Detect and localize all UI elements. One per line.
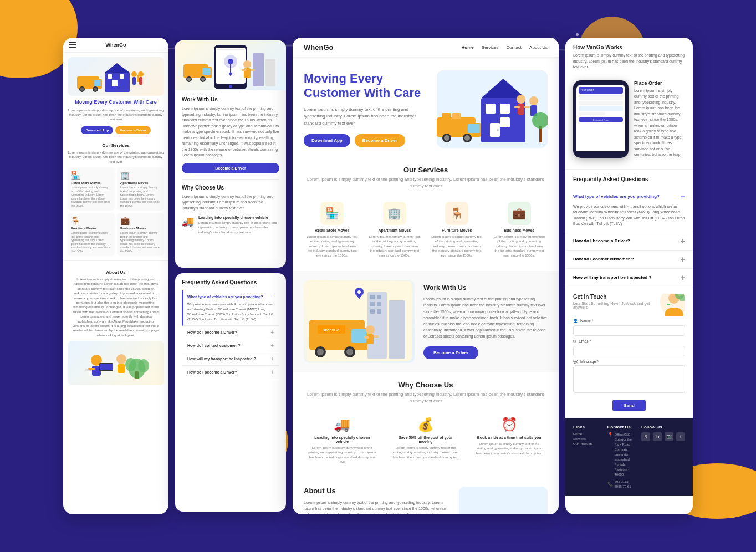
- rfaq-q4[interactable]: How will my transport be inspected ? +: [573, 273, 685, 282]
- svg-rect-69: [518, 104, 524, 115]
- place-order-container: Your Order Estimated Price Place Order L…: [573, 76, 685, 162]
- desktop-driver-btn[interactable]: Become a Driver: [355, 134, 405, 147]
- why-mini-section: Why Choose Us Lorem ipsum is simply dumm…: [182, 179, 279, 235]
- mob-service-furniture: 🪑 Furniture Moves Lorem ipsum is simply …: [68, 213, 115, 256]
- rfaq-item-1[interactable]: What type of vehicles are you providing?…: [565, 188, 693, 232]
- nav-contact[interactable]: Contact: [507, 45, 522, 50]
- faq-item-3[interactable]: How do I contact customer ? +: [182, 339, 279, 352]
- rfaq-item-4[interactable]: How will my transport be inspected ? +: [565, 269, 693, 287]
- svg-point-25: [125, 358, 136, 371]
- footer-address-text: Office#303 Cubator the Park Road Comsats…: [615, 432, 637, 477]
- faq-card-body: Frequently Asked Questions What type of …: [175, 273, 286, 385]
- mobile-about-text: Lorem ipsum is simply dummy text of the …: [68, 277, 164, 338]
- why-item-save: 💰 Save 50% off the cost of your moving L…: [387, 412, 464, 469]
- twitter-icon[interactable]: 𝕏: [641, 432, 650, 441]
- desktop-about-text: Lorem ipsum is simply dummy text of the …: [304, 499, 450, 514]
- why-item-book: ⏰ Book a ride at a time that suits you L…: [471, 412, 548, 469]
- faq-question-4[interactable]: How will my transport be inspected ? +: [187, 356, 274, 362]
- hamburger-menu[interactable]: [69, 42, 76, 48]
- svg-rect-46: [265, 59, 275, 86]
- right-panel-screen: How VanGo Works Lorem ipsum is simply du…: [565, 38, 693, 514]
- nav-about[interactable]: About Us: [529, 45, 548, 50]
- nav-services[interactable]: Services: [482, 45, 499, 50]
- rfaq-item-3[interactable]: How do I contact customer ? +: [565, 251, 693, 269]
- desktop-nav-links: Home Services Contact About Us: [462, 45, 548, 50]
- facebook-icon[interactable]: f: [676, 432, 685, 441]
- person-icon: 👤: [573, 319, 578, 323]
- name-label-text: Name *: [580, 319, 593, 323]
- faq-item-5[interactable]: How do I become a Driver? +: [182, 366, 279, 379]
- svg-point-68: [517, 95, 525, 104]
- rfaq-q3[interactable]: How do I contact customer ? +: [573, 255, 685, 264]
- rfaq-icon-2[interactable]: +: [681, 237, 685, 246]
- mobile-hero-text: Lorem ipsum is simply dummy text of the …: [68, 108, 164, 122]
- contact-email-input[interactable]: [573, 346, 685, 356]
- faq-expand-4[interactable]: +: [270, 356, 274, 362]
- work-section-title: Work With Us: [423, 284, 548, 292]
- faq-question-3[interactable]: How do I contact customer ? +: [187, 343, 274, 349]
- svg-rect-50: [251, 69, 255, 71]
- email-icon: ✉: [573, 339, 576, 344]
- svg-rect-14: [137, 75, 139, 82]
- rfaq-icon-3[interactable]: +: [681, 255, 685, 264]
- mobile-download-btn[interactable]: Download App: [81, 126, 113, 134]
- faq-expand-5[interactable]: +: [270, 369, 274, 375]
- footer-link-home[interactable]: Home: [573, 432, 603, 436]
- rfaq-icon-1[interactable]: −: [681, 192, 685, 201]
- contact-send-btn[interactable]: Send: [612, 400, 646, 411]
- why-text-vehicle: Lorem ipsum is simply dummy text of the …: [308, 446, 376, 464]
- desktop-download-btn[interactable]: Download App: [304, 134, 350, 147]
- faq-item-4[interactable]: How will my transport be inspected ? +: [182, 352, 279, 366]
- mob-service-retail: 🏪 Retail Store Moves Lorem ipsum is simp…: [68, 167, 115, 211]
- desktop-why-section: Why Choose Us Lorem ipsum is simply dumm…: [293, 372, 559, 478]
- svg-rect-87: [351, 329, 366, 343]
- faq-item-1[interactable]: What type of vehicles are you providing?…: [182, 290, 279, 326]
- instagram-icon[interactable]: 📷: [665, 432, 673, 441]
- mobile-driver-btn[interactable]: Become a Driver: [115, 126, 150, 134]
- nav-home[interactable]: Home: [462, 45, 474, 50]
- contact-avatar: [660, 294, 685, 316]
- footer-link-products[interactable]: Our Products: [573, 442, 603, 446]
- contact-message-textarea[interactable]: [573, 365, 685, 393]
- faq-collapse-1[interactable]: −: [270, 294, 274, 300]
- svg-rect-54: [486, 104, 496, 114]
- rfaq-q2[interactable]: How do I become a Driver? +: [573, 237, 685, 246]
- faq-question-2[interactable]: How do I become a Driver? +: [187, 329, 274, 335]
- contact-name-label: 👤 Name *: [573, 319, 685, 323]
- faq-expand-2[interactable]: +: [270, 329, 274, 335]
- faq-question-5[interactable]: How do I become a Driver? +: [187, 369, 274, 375]
- why-icon-save: 💰: [392, 417, 460, 432]
- work-section-btn[interactable]: Become a Driver: [423, 346, 478, 359]
- contact-name-input[interactable]: [573, 325, 685, 336]
- rfaq-q1[interactable]: What type of vehicles are you providing?…: [573, 192, 685, 201]
- svg-rect-81: [377, 302, 381, 306]
- place-order-title: Place Order: [634, 80, 685, 86]
- faq-expand-3[interactable]: +: [270, 343, 274, 349]
- rfaq-icon-4[interactable]: +: [681, 273, 685, 282]
- work-driver-btn[interactable]: Become a Driver: [182, 163, 279, 173]
- how-works-section: How VanGo Works Lorem ipsum is simply du…: [565, 38, 693, 170]
- phone-order-btn: Estimated Price: [579, 117, 623, 122]
- desktop-services-title: Our Services: [304, 166, 548, 174]
- rfaq-q2-text: How do I become a Driver?: [573, 238, 630, 243]
- svg-point-63: [444, 135, 449, 141]
- faq-card-title: Frequently Asked Questions: [182, 279, 279, 286]
- service-business: 💼 Business Moves Lorem ipsum is simply d…: [491, 197, 548, 262]
- svg-point-34: [228, 59, 233, 64]
- vehicle-title: Loading into specially chosen vehicle: [198, 216, 279, 219]
- mob-service-name-apt: Apartment Moves: [120, 181, 161, 185]
- right-faq-header: Frequently Asked Questions: [565, 170, 693, 188]
- desktop-services-subtitle: Lorem ipsum is simply dummy text of the …: [304, 176, 548, 190]
- service-title-apt: Apartment Moves: [369, 228, 421, 232]
- svg-point-31: [229, 85, 232, 88]
- faq-item-2[interactable]: How do I become a Driver? +: [182, 326, 279, 339]
- footer-link-services[interactable]: Services: [573, 437, 603, 441]
- linkedin-icon[interactable]: in: [653, 432, 662, 441]
- svg-rect-4: [120, 74, 124, 79]
- about-svg: [459, 487, 548, 514]
- faq-question-1[interactable]: What type of vehicles are you providing?…: [187, 294, 274, 300]
- rfaq-item-2[interactable]: How do I become a Driver? +: [565, 232, 693, 251]
- rfaq-q4-text: How will my transport be inspected ?: [573, 275, 651, 280]
- svg-rect-20: [88, 368, 95, 370]
- svg-rect-70: [514, 106, 520, 108]
